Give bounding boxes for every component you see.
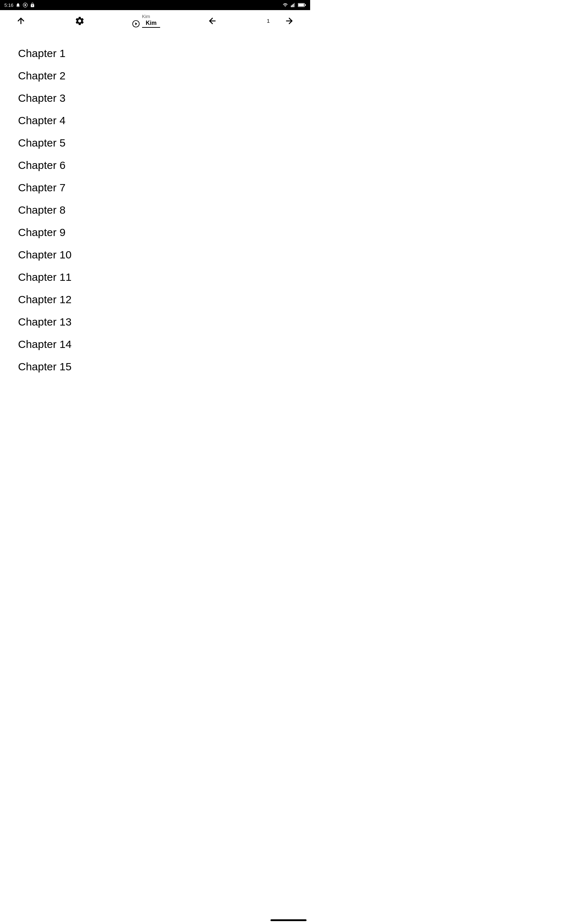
notification-icon (16, 3, 21, 8)
chapter-item[interactable]: Chapter 6 (18, 154, 310, 176)
svg-rect-8 (305, 4, 306, 6)
status-bar-right (282, 3, 306, 8)
back-button[interactable] (206, 15, 219, 27)
chapter-item[interactable]: Chapter 10 (18, 244, 310, 266)
chapter-item[interactable]: Chapter 3 (18, 87, 310, 109)
lock-icon (30, 3, 35, 8)
chapter-item[interactable]: Chapter 13 (18, 311, 310, 333)
svg-rect-5 (294, 3, 295, 7)
toolbar: Kim Kim 1 (0, 10, 310, 31)
status-bar: 5:16 (0, 0, 310, 10)
wifi-icon (282, 3, 288, 8)
chapter-item[interactable]: Chapter 1 (18, 42, 310, 65)
svg-rect-2 (291, 5, 292, 7)
svg-rect-3 (292, 5, 293, 7)
toolbar-right-group: 1 (265, 15, 296, 27)
toolbar-center-top-label: Kim (142, 14, 150, 19)
signal-icon (290, 3, 296, 8)
up-arrow-button[interactable] (15, 15, 27, 27)
svg-point-1 (24, 4, 26, 6)
chapter-item[interactable]: Chapter 8 (18, 199, 310, 221)
chapter-item[interactable]: Chapter 15 (18, 355, 310, 378)
toolbar-book-title: Kim (142, 20, 160, 28)
chapter-item[interactable]: Chapter 11 (18, 266, 310, 288)
chapter-item[interactable]: Chapter 12 (18, 288, 310, 311)
status-bar-left: 5:16 (4, 3, 35, 8)
chapter-item[interactable]: Chapter 9 (18, 221, 310, 244)
chapter-item[interactable]: Chapter 2 (18, 65, 310, 87)
chapter-list: Chapter 1Chapter 2Chapter 3Chapter 4Chap… (0, 31, 310, 389)
svg-rect-4 (293, 4, 293, 7)
chapter-item[interactable]: Chapter 14 (18, 333, 310, 355)
chapter-item[interactable]: Chapter 7 (18, 176, 310, 199)
status-time: 5:16 (4, 3, 13, 8)
circle-dot-icon (23, 3, 28, 8)
settings-button[interactable] (73, 15, 86, 27)
svg-marker-11 (135, 23, 137, 25)
forward-button[interactable] (283, 15, 296, 27)
page-number: 1 (265, 18, 272, 24)
chapter-item[interactable]: Chapter 4 (18, 109, 310, 132)
chapter-item[interactable]: Chapter 5 (18, 132, 310, 154)
svg-rect-7 (298, 3, 304, 6)
battery-icon (298, 3, 306, 8)
play-center[interactable]: Kim Kim (132, 14, 160, 28)
